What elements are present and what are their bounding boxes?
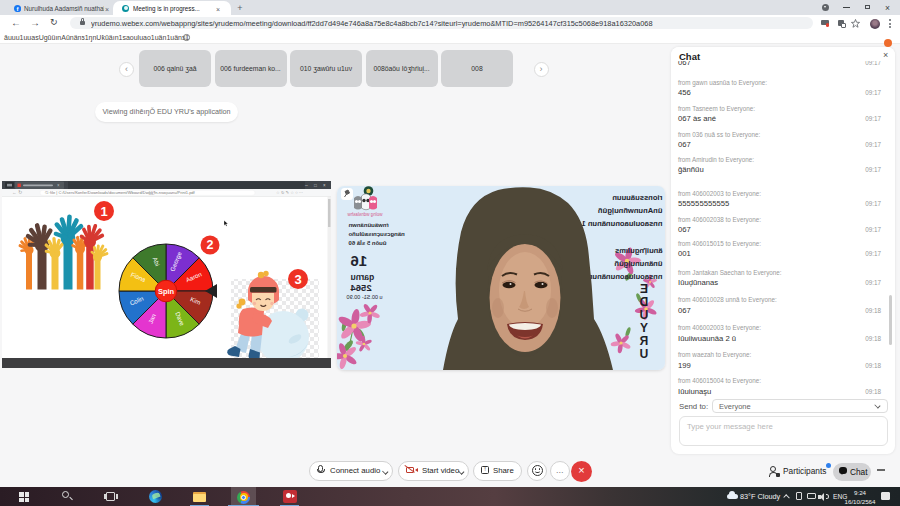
svg-text:qarnu: qarnu: [350, 271, 374, 281]
svg-text:☆ ↻ ✎ ☆ ○ ⋯: ☆ ↻ ✎ ☆ ○ ⋯: [276, 190, 303, 195]
svg-text:ŕnwäuünänwn: ŕnwäuünänwn: [348, 222, 389, 228]
svg-text:ūuōn 5 sĪā 60: ūuōn 5 sĪā 60: [347, 240, 386, 246]
svg-text:2: 2: [207, 238, 214, 252]
svg-text:2564: 2564: [349, 281, 371, 292]
svg-text:R: R: [639, 334, 648, 348]
svg-text:nnsaοuluaοnunänun 1: nnsaοuluaοnunänun 1: [580, 218, 662, 227]
svg-text:E: E: [639, 282, 647, 296]
svg-text:änuiļŉgulıms: änuiļŉgulıms: [614, 245, 662, 254]
svg-text:3: 3: [294, 272, 301, 287]
svg-text:×: ×: [323, 183, 326, 188]
svg-text:← ↻: ← ↻: [12, 190, 22, 195]
svg-text:Y: Y: [639, 321, 647, 335]
svg-text:1: 1: [100, 204, 107, 219]
svg-text:ünAnunwñnuļgūñ: ünAnunwñnuļgūñ: [597, 205, 662, 214]
svg-text:u 00.S1- 00.90: u 00.S1- 00.90: [346, 293, 382, 299]
svg-text:U: U: [639, 308, 648, 322]
svg-text:wolng wdnslashw: wolng wdnslashw: [346, 212, 382, 217]
svg-text:Spin: Spin: [158, 287, 175, 296]
svg-text:□: □: [314, 183, 317, 188]
svg-text:×: ×: [57, 183, 60, 188]
svg-text:nängcsuçnısaŭluño: nängcsuçnısaŭluño: [348, 231, 405, 237]
svg-text:ünänunuļgūñ: ünänunuļgūñ: [614, 258, 662, 267]
svg-text:U: U: [639, 347, 648, 361]
svg-text:D: D: [639, 295, 648, 309]
svg-text:nnsaοuluaοnunänun: nnsaοuluaοnunänun: [587, 271, 662, 280]
svg-text:16: 16: [350, 252, 367, 269]
svg-text:ⓘ file | C:/Users/Konfer/Downl: ⓘ file | C:/Users/Konfer/Downloads/docum…: [45, 190, 196, 195]
svg-text:–: –: [305, 182, 308, 188]
svg-text:rionssuäuuun: rionssuäuuun: [611, 192, 662, 201]
